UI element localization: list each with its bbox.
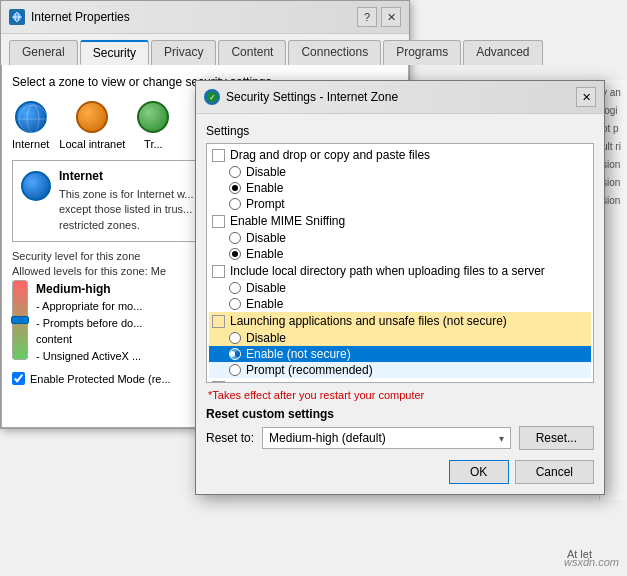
launching-prompt[interactable]: Prompt (recommended) <box>209 362 591 378</box>
dialog-title-bar: ✓ Security Settings - Internet Zone ✕ <box>196 81 604 114</box>
reset-dropdown[interactable]: Medium-high (default) ▾ <box>262 427 511 449</box>
cancel-button[interactable]: Cancel <box>515 460 594 484</box>
tab-connections[interactable]: Connections <box>288 40 381 65</box>
tab-content[interactable]: Content <box>218 40 286 65</box>
intranet-zone-icon <box>74 99 110 135</box>
dialog-icon: ✓ <box>204 89 220 105</box>
mime-header-text: Enable MIME Sniffing <box>230 214 345 228</box>
launching-disable-radio[interactable] <box>229 332 241 344</box>
launching-checkbox[interactable] <box>212 315 225 328</box>
setting-header-dragdrop: Drag and drop or copy and paste files <box>209 146 591 164</box>
right-panel-item-6: sion <box>602 174 625 192</box>
right-panel-item-5: sion <box>602 156 625 174</box>
mime-checkbox[interactable] <box>212 215 225 228</box>
dialog-bottom-buttons: OK Cancel <box>206 460 594 484</box>
tab-general[interactable]: General <box>9 40 78 65</box>
window-title: Internet Properties <box>31 10 130 24</box>
dragdrop-enable[interactable]: Enable <box>209 180 591 196</box>
right-panel-item-7: sion <box>602 192 625 210</box>
dragdrop-disable-radio[interactable] <box>229 166 241 178</box>
enable-protected-checkbox[interactable] <box>12 372 25 385</box>
setting-header-localpath: Include local directory path when upload… <box>209 262 591 280</box>
internet-zone-icon <box>13 99 49 135</box>
restart-note: *Takes effect after you restart your com… <box>206 389 594 401</box>
setting-header-iframe: Launching programs and files in an IFRAM… <box>209 378 591 383</box>
security-level-text: Medium-high - Appropriate for mo...- Pro… <box>36 280 142 364</box>
dragdrop-header-text: Drag and drop or copy and paste files <box>230 148 430 162</box>
setting-header-mime: Enable MIME Sniffing <box>209 212 591 230</box>
dialog-title-left: ✓ Security Settings - Internet Zone <box>204 89 398 105</box>
launching-apps-section: Launching applications and unsafe files … <box>209 312 591 378</box>
iframe-header-text: Launching programs and files in an IFRAM… <box>230 380 465 383</box>
dragdrop-prompt[interactable]: Prompt <box>209 196 591 212</box>
zone-info-globe-icon <box>21 171 51 201</box>
dragdrop-enable-radio[interactable] <box>229 182 241 194</box>
settings-list[interactable]: Drag and drop or copy and paste files Di… <box>206 143 594 383</box>
enable-protected-label: Enable Protected Mode (re... <box>30 373 171 385</box>
setting-header-launching: Launching applications and unsafe files … <box>209 312 591 330</box>
trusted-zone-icon <box>135 99 171 135</box>
tab-programs[interactable]: Programs <box>383 40 461 65</box>
dragdrop-checkbox[interactable] <box>212 149 225 162</box>
right-panel-item-3: ot p <box>602 120 625 138</box>
launching-prompt-radio[interactable] <box>229 364 241 376</box>
security-slider-track[interactable] <box>12 280 28 360</box>
zone-internet[interactable]: Internet <box>12 99 49 150</box>
zone-info-description: This zone is for Internet w...except tho… <box>59 187 194 233</box>
window-icon <box>9 9 25 25</box>
trusted-zone-label: Tr... <box>144 138 163 150</box>
help-button[interactable]: ? <box>357 7 377 27</box>
zone-trusted[interactable]: Tr... <box>135 99 171 150</box>
mime-disable-radio[interactable] <box>229 232 241 244</box>
right-panel-item-2: logi <box>602 102 625 120</box>
tabs-bar: General Security Privacy Content Connect… <box>1 34 409 65</box>
right-panel-item-1: y an <box>602 84 625 102</box>
launching-header-text: Launching applications and unsafe files … <box>230 314 507 328</box>
localpath-disable-radio[interactable] <box>229 282 241 294</box>
security-slider-thumb[interactable] <box>11 316 29 324</box>
launching-enable-radio[interactable] <box>229 348 241 360</box>
internet-properties-title-bar: Internet Properties ? ✕ <box>1 1 409 34</box>
reset-row: Reset to: Medium-high (default) ▾ Reset.… <box>206 426 594 450</box>
dragdrop-disable[interactable]: Disable <box>209 164 591 180</box>
wsxdn-badge: wsxdn.com <box>564 556 619 568</box>
zone-local-intranet[interactable]: Local intranet <box>59 99 125 150</box>
reset-to-label: Reset to: <box>206 431 254 445</box>
security-level-desc: - Appropriate for mo...- Prompts before … <box>36 300 142 362</box>
internet-zone-label: Internet <box>12 138 49 150</box>
localpath-enable-radio[interactable] <box>229 298 241 310</box>
zone-info-name: Internet <box>59 169 194 183</box>
tab-privacy[interactable]: Privacy <box>151 40 216 65</box>
tab-advanced[interactable]: Advanced <box>463 40 542 65</box>
title-bar-left: Internet Properties <box>9 9 130 25</box>
localpath-header-text: Include local directory path when upload… <box>230 264 545 278</box>
dropdown-arrow-icon: ▾ <box>499 433 504 444</box>
mime-disable[interactable]: Disable <box>209 230 591 246</box>
reset-label: Reset custom settings <box>206 407 594 421</box>
close-button[interactable]: ✕ <box>381 7 401 27</box>
svg-text:✓: ✓ <box>209 93 216 102</box>
reset-section: Reset custom settings Reset to: Medium-h… <box>206 407 594 450</box>
launching-enable[interactable]: Enable (not secure) <box>209 346 591 362</box>
launching-disable[interactable]: Disable <box>209 330 591 346</box>
reset-button[interactable]: Reset... <box>519 426 594 450</box>
iframe-checkbox[interactable] <box>212 381 225 384</box>
dialog-content: Settings Drag and drop or copy and paste… <box>196 114 604 494</box>
intranet-zone-label: Local intranet <box>59 138 125 150</box>
dialog-title-text: Security Settings - Internet Zone <box>226 90 398 104</box>
localpath-disable[interactable]: Disable <box>209 280 591 296</box>
dialog-close-button[interactable]: ✕ <box>576 87 596 107</box>
mime-enable-radio[interactable] <box>229 248 241 260</box>
reset-dropdown-value: Medium-high (default) <box>269 431 386 445</box>
security-settings-dialog: ✓ Security Settings - Internet Zone ✕ Se… <box>195 80 605 495</box>
security-level-value: Medium-high <box>36 280 142 298</box>
localpath-checkbox[interactable] <box>212 265 225 278</box>
settings-label: Settings <box>206 124 594 138</box>
dragdrop-prompt-radio[interactable] <box>229 198 241 210</box>
ok-button[interactable]: OK <box>449 460 509 484</box>
title-bar-controls: ? ✕ <box>357 7 401 27</box>
right-panel-item-4: ult ri <box>602 138 625 156</box>
tab-security[interactable]: Security <box>80 40 149 65</box>
mime-enable[interactable]: Enable <box>209 246 591 262</box>
localpath-enable[interactable]: Enable <box>209 296 591 312</box>
